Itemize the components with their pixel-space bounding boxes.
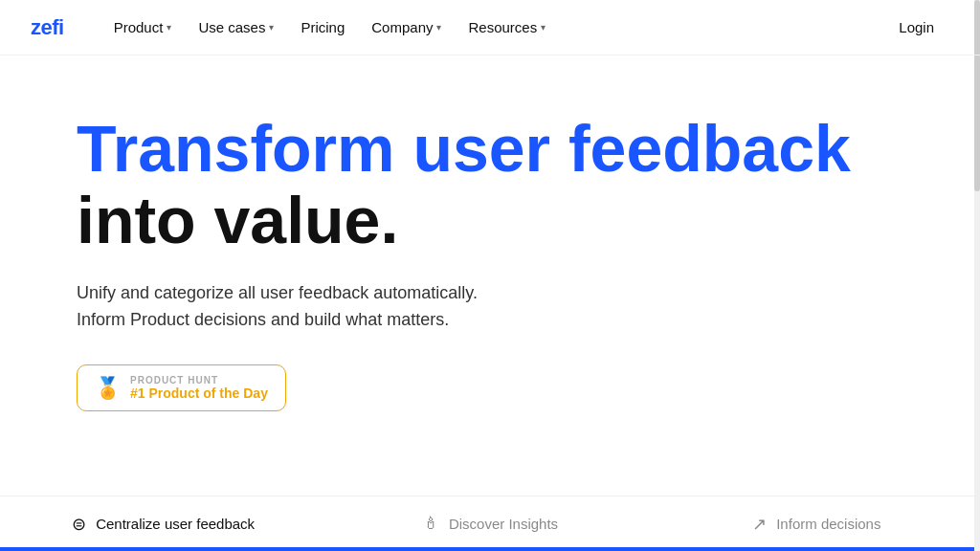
nav-items: Product ▾ Use cases ▾ Pricing Company ▾ … — [102, 11, 884, 43]
nav-label-resources: Resources — [468, 19, 537, 35]
nav-item-company[interactable]: Company ▾ — [360, 11, 453, 43]
hero-title-blue: Transform user feedback — [77, 112, 851, 185]
hero-section: Transform user feedback into value. Unif… — [0, 55, 980, 411]
chevron-down-icon: ▾ — [436, 22, 441, 33]
tab-centralize[interactable]: ⊜ Centralize user feedback — [0, 496, 326, 551]
chevron-down-icon: ▾ — [167, 22, 171, 33]
bottom-tabs: ⊜ Centralize user feedback 🕯 Discover In… — [0, 496, 980, 551]
nav-item-resources[interactable]: Resources ▾ — [457, 11, 557, 43]
nav-item-product[interactable]: Product ▾ — [102, 11, 184, 43]
hero-title: Transform user feedback into value. — [77, 113, 903, 256]
nav-label-company: Company — [371, 19, 433, 35]
tab-insights-label: Discover Insights — [449, 516, 558, 532]
centralize-icon: ⊜ — [72, 514, 86, 535]
insights-icon: 🕯 — [422, 514, 439, 534]
decisions-icon: ↗ — [752, 514, 767, 535]
nav-item-usecases[interactable]: Use cases ▾ — [187, 11, 285, 43]
logo[interactable]: zefi — [31, 15, 64, 40]
hero-subtitle: Unify and categorize all user feedback a… — [77, 279, 903, 335]
hero-title-black: into value. — [77, 184, 398, 256]
badge-label: PRODUCT HUNT — [130, 375, 268, 386]
tab-decisions-label: Inform decisions — [776, 516, 880, 532]
badge-text: PRODUCT HUNT #1 Product of the Day — [130, 375, 268, 401]
badge-value: #1 Product of the Day — [130, 386, 268, 401]
chevron-down-icon: ▾ — [541, 22, 546, 33]
nav-item-pricing[interactable]: Pricing — [289, 11, 356, 43]
blue-bottom-bar — [0, 547, 980, 551]
scrollbar[interactable] — [974, 0, 980, 551]
chevron-down-icon: ▾ — [269, 22, 274, 33]
product-hunt-badge[interactable]: 🏅 PRODUCT HUNT #1 Product of the Day — [77, 364, 286, 411]
tab-insights[interactable]: 🕯 Discover Insights — [326, 496, 653, 551]
nav-label-pricing: Pricing — [301, 19, 345, 35]
nav-label-usecases: Use cases — [198, 19, 265, 35]
nav-label-product: Product — [114, 19, 164, 35]
login-button[interactable]: Login — [883, 11, 949, 43]
navbar: zefi Product ▾ Use cases ▾ Pricing Compa… — [0, 0, 980, 55]
tab-decisions[interactable]: ↗ Inform decisions — [654, 496, 980, 551]
tab-centralize-label: Centralize user feedback — [96, 516, 255, 532]
medal-icon: 🏅 — [95, 376, 121, 401]
